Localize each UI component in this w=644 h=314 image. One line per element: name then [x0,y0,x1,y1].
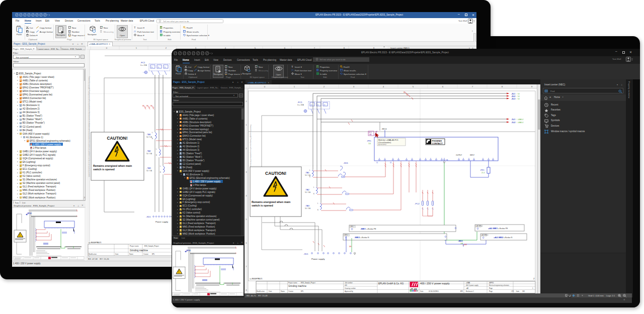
svg-text:CAUTION!: CAUTION! [107,136,128,141]
svg-text:3: 3 [246,171,247,173]
svg-text:SB: SB [142,105,144,107]
svg-text:K: K [313,193,314,195]
svg-text:-XD1: -XD1 [303,253,308,255]
svg-text:EJL: EJL [436,290,439,292]
svg-text:50 / 3 A: 50 / 3 A [305,191,311,193]
svg-text:=GAA: =GAA [466,282,470,284]
svg-text:1: 1 [69,31,70,33]
svg-text:0: 0 [246,100,247,102]
svg-text:-TA1: -TA1 [305,171,309,174]
svg-text:+A2-WE2: +A2-WE2 [494,236,504,239]
svg-text:|T|: |T| [134,31,136,33]
svg-text:Grinding machine: Grinding machine [130,249,148,252]
svg-text:=+B4&EPA1/1: =+B4&EPA1/1 [250,277,263,280]
svg-text:16A: 16A [369,134,371,136]
svg-text:EPL: EPL [460,290,463,292]
svg-text:SB: SB [407,94,409,96]
svg-text:Drawing number: Drawing number [345,287,356,289]
svg-text:OUTPUT: OUTPUT [456,154,462,156]
svg-text:+A2-WE1: +A2-WE1 [488,227,498,230]
svg-text:8: 8 [246,289,247,291]
svg-text:Grinding machine: Grinding machine [288,285,306,287]
svg-text:-1L1: -1L1 [511,118,516,121]
svg-text:SB: SB [404,91,406,93]
svg-text:CONTACT: CONTACT [432,142,443,145]
svg-text:50 / 3 A: 50 / 3 A [146,153,152,155]
svg-text:400 V power supply: 400 V power supply [466,284,478,286]
svg-text:=+B4&EPA1/1: =+B4&EPA1/1 [89,241,102,244]
svg-text:2: 2 [246,148,247,150]
svg-text:/ 14: / 14 [517,93,520,95]
svg-text:001: 001 [345,284,347,286]
svg-text:-XD5: -XD5 [343,162,348,164]
svg-text:ESS_Sample_Project: ESS_Sample_Project [301,282,315,284]
svg-text:-TA2: -TA2 [146,150,151,152]
svg-text:K: K [160,171,161,173]
svg-text:SB: SB [150,105,152,107]
svg-text:Electrical engineering schemat: Electrical engineering schematic [489,284,510,286]
svg-text:-PF1: -PF1 [367,140,371,142]
svg-text:ESS_Sample_Project: ESS_Sample_Project [144,245,159,247]
svg-text:345: 345 [522,290,525,292]
svg-text:Remains energized when main: Remains energized when main [252,200,290,203]
svg-text:-W01: -W01 [458,240,463,242]
svg-text:Project name: Project name [288,282,297,284]
svg-text:Multi-line: =GAA+A1-FC5: Multi-line: =GAA+A1-FC5 [378,139,398,141]
svg-text:switch is opened: switch is opened [93,168,115,171]
svg-text:Date: Date [115,253,119,255]
svg-text:EPL: EPL [301,290,304,292]
svg-text:-TA1: -TA1 [146,133,151,136]
svg-text:+A2: +A2 [466,287,469,289]
svg-text:|T|: |T| [291,69,293,71]
svg-text:Approved by: Approved by [345,290,353,292]
svg-text:T: T [134,26,136,29]
svg-text:= Busbar PE: = Busbar PE [366,228,376,230]
svg-text:SB: SB [146,105,148,107]
svg-text:I>: I> [151,66,153,68]
svg-text:+A2-WE1-1: +A2-WE1-1 [476,225,483,227]
svg-text:-WE1-1: -WE1-1 [350,226,355,228]
svg-text:Creator: Creator [288,290,293,292]
svg-text:178: 178 [511,290,514,292]
svg-text:Protected by copyright. Passin: Protected by copyright. Passing on as we… [88,76,90,177]
svg-text:I>: I> [158,66,159,68]
svg-text:T: T [291,65,293,68]
svg-text:-WE3: -WE3 [354,236,360,239]
svg-text:Name: Name [129,253,133,255]
svg-text:from: from [516,290,520,292]
svg-text:50 / 5 A: 50 / 5 A [146,136,152,138]
svg-text:1: 1 [246,124,247,126]
svg-text:Page: Page [489,287,493,289]
svg-text:02.06.2022: 02.06.2022 [429,290,436,292]
svg-text:-WD14: -WD14 [381,128,387,130]
svg-text:= Busbar N: = Busbar N [360,237,369,239]
svg-text:/ +BA/L4: / +BA/L4 [517,122,523,124]
svg-text:50 / 3 A: 50 / 3 A [146,170,152,172]
svg-text:switch is opened: switch is opened [252,204,273,207]
svg-text:-PF1: -PF1 [480,169,485,171]
svg-text:= Busbar PE: = Busbar PE [498,228,508,230]
svg-text:-WE1: -WE1 [360,228,366,230]
svg-text:-WE3-1: -WE3-1 [344,234,349,236]
svg-text:K: K [156,154,157,156]
svg-text:114: 114 [368,143,371,145]
svg-text:5: 5 [246,219,247,221]
svg-text:/ 14: / 14 [517,95,520,97]
svg-text:6: 6 [246,242,247,244]
svg-text:I>: I> [317,104,319,106]
svg-text:I>: I> [324,104,326,106]
svg-text:&EFS1: &EFS1 [489,282,494,284]
svg-text:EPLAN GmbH & Co. KG: EPLAN GmbH & Co. KG [378,282,404,285]
svg-text:In = 32A: In = 32A [140,64,147,66]
svg-text:In = 32A: In = 32A [297,104,304,106]
svg-text:-FC1: -FC1 [297,101,302,103]
svg-text:/ 14: / 14 [517,98,520,100]
svg-text:50 / 3 A: 50 / 3 A [305,207,311,210]
svg-text:Date: Date [420,290,424,292]
svg-text:X2: X2 [390,162,392,164]
svg-text:B04: B04 [464,244,467,246]
svg-text:1: 1 [225,69,226,71]
svg-text:-FC1: -FC1 [140,61,145,64]
svg-text:K: K [152,138,153,140]
svg-text:K: K [309,176,310,178]
